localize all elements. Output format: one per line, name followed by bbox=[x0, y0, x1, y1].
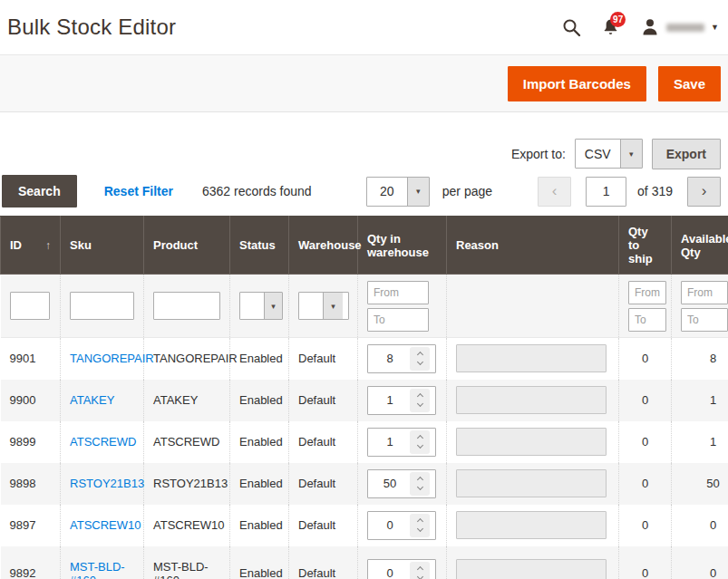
qty-input[interactable] bbox=[370, 477, 410, 490]
cell-warehouse: Default bbox=[289, 380, 358, 421]
sku-link[interactable]: ATSCREW10 bbox=[70, 518, 141, 532]
cell-available-qty: 0 bbox=[672, 546, 728, 579]
filter-qty-to-input[interactable] bbox=[367, 308, 429, 332]
qty-input[interactable] bbox=[370, 518, 410, 532]
qty-in-warehouse-stepper[interactable] bbox=[367, 386, 436, 415]
chevron-left-icon: ‹ bbox=[552, 182, 558, 200]
stepper-arrows[interactable] bbox=[410, 347, 430, 371]
column-header-sku[interactable]: Sku bbox=[61, 217, 144, 275]
filter-warehouse-value bbox=[299, 293, 323, 319]
filter-available-from-input[interactable] bbox=[681, 281, 728, 304]
qty-input[interactable] bbox=[370, 393, 410, 407]
column-header-id[interactable]: ID↑ bbox=[1, 217, 61, 275]
header-actions: 97 ▼ bbox=[562, 17, 719, 37]
controls-row: Search Reset Filter 6362 records found 2… bbox=[0, 174, 728, 208]
filter-available-to-input[interactable] bbox=[681, 308, 728, 332]
filter-qty-to-ship-to-input[interactable] bbox=[628, 308, 666, 332]
cell-id: 9901 bbox=[1, 338, 61, 380]
stepper-arrows[interactable] bbox=[410, 389, 430, 412]
filter-sku-input[interactable] bbox=[70, 292, 134, 320]
table-row: 9900 ATAKEY ATAKEY Enabled Default 0 1 bbox=[1, 380, 728, 421]
account-menu[interactable]: ▼ bbox=[640, 17, 719, 37]
sku-link[interactable]: ATAKEY bbox=[70, 393, 114, 407]
stock-grid: ID↑ Sku Product Status Warehouse Qty in … bbox=[0, 216, 728, 579]
chevron-down-icon: ▾ bbox=[416, 187, 421, 196]
cell-status: Enabled bbox=[230, 380, 289, 421]
filter-status-select[interactable]: ▾ bbox=[239, 292, 283, 320]
sku-link[interactable]: RSTOY21B13 bbox=[70, 477, 144, 490]
per-page-value: 20 bbox=[367, 178, 407, 206]
sort-ascending-icon: ↑ bbox=[45, 239, 51, 252]
qty-in-warehouse-stepper[interactable] bbox=[367, 344, 436, 373]
next-page-button[interactable]: › bbox=[687, 177, 721, 207]
chevron-down-icon: ▾ bbox=[629, 150, 634, 159]
cell-product: RSTOY21B13 bbox=[144, 463, 230, 505]
qty-input[interactable] bbox=[370, 566, 410, 579]
filter-id-input[interactable] bbox=[10, 292, 50, 320]
qty-input[interactable] bbox=[370, 435, 410, 449]
notification-count-badge: 97 bbox=[610, 12, 626, 27]
filter-available-qty-range bbox=[681, 281, 728, 332]
total-pages-label: of 319 bbox=[637, 184, 673, 198]
filter-reason-empty bbox=[447, 275, 619, 338]
cell-status: Enabled bbox=[230, 546, 289, 579]
page-header: Bulk Stock Editor 97 ▼ bbox=[0, 0, 728, 54]
import-barcodes-button[interactable]: Import Barcodes bbox=[508, 66, 646, 101]
chevron-up-icon bbox=[416, 435, 422, 441]
per-page-select-arrow[interactable]: ▾ bbox=[407, 178, 429, 206]
qty-in-warehouse-stepper[interactable] bbox=[367, 511, 436, 540]
filter-warehouse-select-arrow[interactable]: ▾ bbox=[323, 293, 343, 319]
cell-qty-to-ship: 0 bbox=[619, 505, 672, 546]
user-name-redacted bbox=[666, 24, 704, 32]
search-button[interactable]: Search bbox=[2, 175, 77, 207]
save-button[interactable]: Save bbox=[658, 66, 721, 101]
filter-warehouse-select[interactable]: ▾ bbox=[298, 292, 349, 320]
current-page-input[interactable] bbox=[586, 177, 626, 207]
column-header-status[interactable]: Status bbox=[230, 217, 289, 275]
export-format-select[interactable]: CSV ▾ bbox=[575, 139, 643, 169]
reason-input bbox=[456, 511, 607, 539]
chevron-up-icon bbox=[416, 566, 422, 573]
column-header-product[interactable]: Product bbox=[144, 217, 230, 275]
sku-link[interactable]: TANGOREPAIR bbox=[70, 352, 154, 365]
reason-input bbox=[456, 344, 607, 372]
search-icon[interactable] bbox=[562, 18, 581, 37]
export-button[interactable]: Export bbox=[652, 139, 721, 169]
filter-qty-to-ship-from-input[interactable] bbox=[628, 281, 666, 304]
per-page-select[interactable]: 20 ▾ bbox=[366, 177, 430, 207]
qty-input[interactable] bbox=[370, 352, 410, 365]
filter-product-input[interactable] bbox=[153, 292, 220, 320]
filter-status-select-arrow[interactable]: ▾ bbox=[264, 293, 282, 319]
column-header-available-qty[interactable]: Available Qty bbox=[672, 217, 728, 275]
column-header-qty-to-ship[interactable]: Qty to ship bbox=[619, 217, 672, 275]
sku-link[interactable]: ATSCREWD bbox=[70, 435, 136, 449]
column-header-warehouse[interactable]: Warehouse bbox=[289, 217, 358, 275]
chevron-down-icon bbox=[416, 442, 422, 449]
reset-filter-link[interactable]: Reset Filter bbox=[104, 184, 173, 198]
stepper-arrows[interactable] bbox=[410, 472, 430, 496]
column-header-qty-in-warehouse[interactable]: Qty in warehouse bbox=[358, 217, 447, 275]
qty-in-warehouse-stepper[interactable] bbox=[367, 559, 436, 579]
chevron-up-icon bbox=[416, 477, 422, 483]
stepper-arrows[interactable] bbox=[410, 514, 430, 537]
per-page-label: per page bbox=[442, 184, 492, 198]
reason-input bbox=[456, 428, 607, 456]
cell-id: 9898 bbox=[1, 463, 61, 505]
filter-qty-from-input[interactable] bbox=[367, 281, 429, 304]
sku-link[interactable]: MST-BLD-#160 bbox=[70, 560, 125, 579]
records-found-text: 6362 records found bbox=[202, 184, 312, 198]
chevron-down-icon bbox=[416, 574, 422, 579]
export-format-select-arrow[interactable]: ▾ bbox=[620, 140, 642, 168]
export-to-label: Export to: bbox=[511, 147, 566, 161]
stepper-arrows[interactable] bbox=[410, 562, 430, 579]
qty-in-warehouse-stepper[interactable] bbox=[367, 469, 436, 498]
cell-status: Enabled bbox=[230, 463, 289, 505]
cell-id: 9892 bbox=[1, 546, 61, 579]
stepper-arrows[interactable] bbox=[410, 430, 430, 454]
notifications-bell-icon[interactable]: 97 bbox=[601, 18, 620, 37]
reason-input bbox=[456, 469, 607, 497]
page-title: Bulk Stock Editor bbox=[7, 14, 176, 40]
cell-qty-to-ship: 0 bbox=[619, 421, 672, 463]
qty-in-warehouse-stepper[interactable] bbox=[367, 428, 436, 457]
column-header-reason[interactable]: Reason bbox=[447, 217, 619, 275]
